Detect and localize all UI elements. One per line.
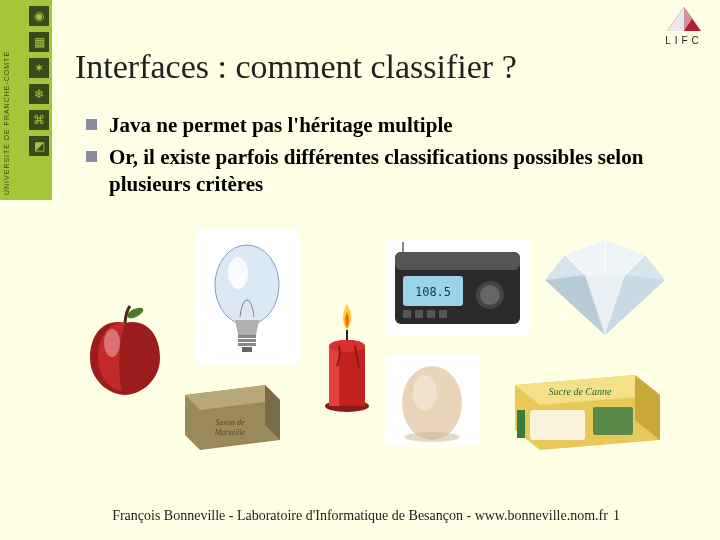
slide-title: Interfaces : comment classifier ? — [75, 48, 517, 86]
image-radio: 108.5 — [385, 240, 530, 335]
bullet-item: Java ne permet pas l'héritage multiple — [86, 112, 666, 138]
image-apple — [75, 300, 175, 400]
svg-rect-15 — [395, 252, 520, 270]
svg-text:Marseille: Marseille — [214, 428, 246, 437]
bullet-text: Or, il existe parfois différentes classi… — [109, 144, 666, 197]
svg-rect-20 — [403, 310, 411, 318]
svg-point-11 — [329, 340, 365, 352]
svg-point-5 — [228, 257, 248, 289]
footer-text: François Bonneville - Laboratoire d'Info… — [0, 508, 720, 524]
svg-rect-22 — [427, 310, 435, 318]
image-sugar: Sucre de Canne — [505, 355, 665, 455]
svg-rect-7 — [238, 339, 256, 342]
university-label: UNIVERSITÉ DE FRANCHE-COMTÉ — [3, 51, 10, 195]
sidebar-glyph: ✶ — [29, 58, 49, 78]
logo-icon — [664, 4, 704, 34]
svg-point-40 — [413, 375, 437, 411]
image-diamond — [535, 230, 675, 340]
sidebar-glyph: ⌘ — [29, 110, 49, 130]
svg-rect-48 — [517, 410, 525, 438]
sidebar-glyph: ❄ — [29, 84, 49, 104]
image-candle — [312, 295, 382, 415]
svg-point-41 — [404, 432, 460, 442]
svg-point-0 — [104, 329, 120, 357]
svg-point-19 — [480, 285, 500, 305]
sidebar-banner: ◉ ▦ ✶ ❄ ⌘ ◩ UNIVERSITÉ DE FRANCHE-COMTÉ — [0, 0, 52, 200]
bullet-marker — [86, 119, 97, 130]
sidebar-icon-strip: ◉ ▦ ✶ ❄ ⌘ ◩ — [29, 6, 49, 156]
image-lightbulb — [195, 230, 300, 365]
svg-text:108.5: 108.5 — [415, 285, 451, 299]
bullet-marker — [86, 151, 97, 162]
bullet-list: Java ne permet pas l'héritage multiple O… — [86, 112, 666, 203]
sidebar-glyph: ▦ — [29, 32, 49, 52]
svg-rect-47 — [593, 407, 633, 435]
svg-text:Savon de: Savon de — [215, 418, 245, 427]
image-egg — [385, 355, 480, 445]
svg-rect-8 — [238, 343, 256, 346]
svg-rect-9 — [242, 347, 252, 352]
image-soap: Savon de Marseille — [175, 370, 290, 455]
svg-text:Sucre de Canne: Sucre de Canne — [549, 386, 613, 397]
sidebar: ◉ ▦ ✶ ❄ ⌘ ◩ UNIVERSITÉ DE FRANCHE-COMTÉ — [0, 0, 52, 540]
svg-rect-21 — [415, 310, 423, 318]
image-collage: 108.5 Savon de Marseil — [75, 230, 675, 460]
svg-rect-46 — [530, 410, 585, 440]
page-number: 1 — [613, 508, 620, 524]
bullet-item: Or, il existe parfois différentes classi… — [86, 144, 666, 197]
lifc-logo: LIFC — [658, 4, 710, 46]
svg-rect-23 — [439, 310, 447, 318]
sidebar-glyph: ◉ — [29, 6, 49, 26]
logo-text: LIFC — [658, 35, 710, 46]
sidebar-glyph: ◩ — [29, 136, 49, 156]
svg-rect-6 — [238, 335, 256, 338]
bullet-text: Java ne permet pas l'héritage multiple — [109, 112, 453, 138]
